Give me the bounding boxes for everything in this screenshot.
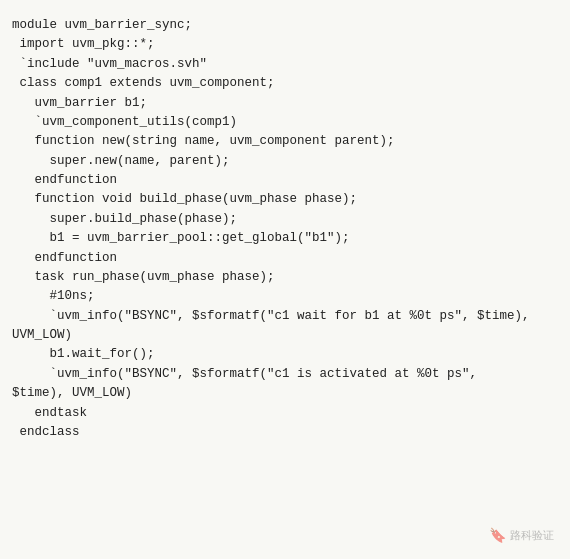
watermark: 🔖 路科验证 — [489, 527, 554, 543]
code-block: module uvm_barrier_sync; import uvm_pkg:… — [12, 16, 558, 442]
watermark-text: 路科验证 — [510, 528, 554, 543]
watermark-icon: 🔖 — [489, 527, 506, 543]
code-container: module uvm_barrier_sync; import uvm_pkg:… — [0, 0, 570, 559]
